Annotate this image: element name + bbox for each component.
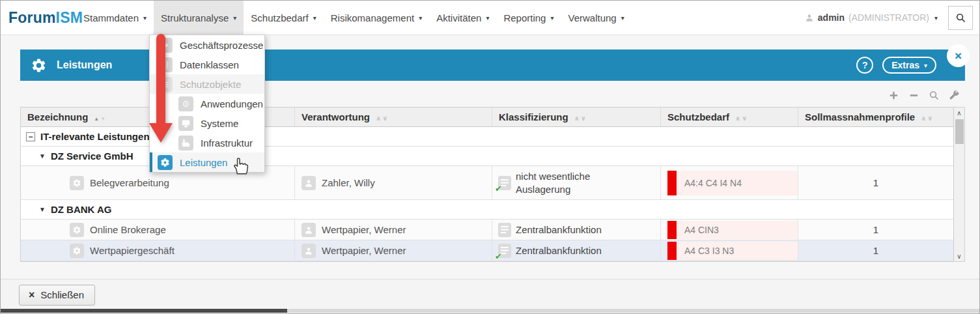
risk-level-bar xyxy=(667,171,677,195)
search-icon xyxy=(955,12,966,23)
extras-label: Extras xyxy=(891,60,919,70)
close-x-icon: × xyxy=(29,290,35,300)
chevron-down-icon: ▾ xyxy=(550,14,553,21)
sort-icons[interactable]: ∧∨ xyxy=(920,111,933,122)
sort-icons[interactable]: ∧∨ xyxy=(375,111,388,122)
cell-sollmassnahmenprofile: 1 xyxy=(798,240,953,261)
scrollbar-thumb[interactable] xyxy=(955,119,964,144)
chevron-down-icon: ▾ xyxy=(419,14,422,21)
table-row-online-brokerage[interactable]: Online Brokerage Wertpapier, Werner Zent… xyxy=(21,220,953,240)
horizontal-scrollbar-thumb[interactable] xyxy=(1,309,287,313)
nav-item-strukturanalyse[interactable]: Strukturanalyse ▾ xyxy=(154,1,244,35)
chevron-down-icon: ▾ xyxy=(233,14,236,21)
document-icon: ✔ xyxy=(497,175,512,191)
gear-icon xyxy=(70,223,84,237)
nav-item-reporting[interactable]: Reporting ▾ xyxy=(496,1,561,35)
cell-sollmassnahmenprofile: 1 xyxy=(798,220,953,240)
cell-schutzbedarf: A4:4 C4 I4 N4 xyxy=(660,166,798,199)
application-icon xyxy=(178,96,193,111)
database-icon xyxy=(158,57,173,72)
dropdown-item-systeme[interactable]: Systeme xyxy=(150,113,264,133)
cell-klassifizierung: ✔ nicht wesentliche Auslagerung xyxy=(492,166,660,199)
wrench-icon[interactable] xyxy=(949,90,960,101)
extras-button[interactable]: Extras ▾ xyxy=(882,57,936,74)
gear-icon xyxy=(70,244,84,258)
search-button[interactable] xyxy=(948,6,973,30)
chevron-down-icon: ▾ xyxy=(924,62,927,69)
nav-menu: Stammdaten ▾ Strukturanalyse ▾ Schutzbed… xyxy=(76,1,632,35)
document-icon: ✔ xyxy=(497,243,512,259)
user-role: (ADMINISTRATOR) xyxy=(848,12,929,23)
chevron-down-icon: ▾ xyxy=(486,14,489,21)
dropdown-item-gesch-ftsprozesse[interactable]: Geschäftsprozesse xyxy=(150,35,264,55)
cell-verantwortung: Wertpapier, Werner xyxy=(294,220,492,240)
column-header-schutzbedarf[interactable]: Schutzbedarf ∧∨ xyxy=(660,107,798,126)
gear-icon xyxy=(158,155,173,170)
chevron-down-icon: ▾ xyxy=(313,14,316,21)
user-menu[interactable]: admin (ADMINISTRATOR) ▾ xyxy=(805,12,938,23)
scroll-up-icon[interactable]: ∧ xyxy=(957,107,961,118)
risk-level-bar xyxy=(667,242,677,260)
gear-icon xyxy=(70,176,84,190)
document-icon xyxy=(497,222,512,238)
search-icon[interactable] xyxy=(929,90,940,101)
nav-item-aktivit-ten[interactable]: Aktivitäten ▾ xyxy=(429,1,496,35)
user-name: admin xyxy=(818,12,845,23)
strukturanalyse-dropdown: Geschäftsprozesse Datenklassen Schutzobj… xyxy=(149,35,265,173)
chevron-down-icon: ▾ xyxy=(621,14,624,21)
sort-icons[interactable]: ∧∨ xyxy=(574,111,587,122)
column-header-verantwortung[interactable]: Verantwortung ∧∨ xyxy=(294,107,492,126)
column-header-sollmassnahmenprofile[interactable]: Sollmassnahmenprofile ∧∨ xyxy=(798,107,953,126)
schliessen-label: Schließen xyxy=(40,289,84,300)
nav-item-schutzbedarf[interactable]: Schutzbedarf ▾ xyxy=(244,1,323,35)
cell-bezeichnung: Wertpapiergeschäft xyxy=(21,240,294,261)
risk-badge: A4 C3 I3 N3 xyxy=(667,242,798,260)
footer-bar: × Schließen xyxy=(1,279,979,308)
cell-schutzbedarf: A4 C3 I3 N3 xyxy=(660,240,798,261)
dropdown-item-schutzobjekte: Schutzobjekte xyxy=(150,74,264,94)
sort-icons[interactable]: ∧∨ xyxy=(735,111,748,122)
page-title: Leistungen xyxy=(57,59,112,71)
app-window: ForumISM Stammdaten ▾ Strukturanalyse ▾ … xyxy=(0,0,980,314)
group-row-dz-bank-ag[interactable]: ▼ DZ BANK AG xyxy=(21,200,953,220)
check-icon: ✔ xyxy=(495,184,502,193)
collapse-minus-icon[interactable]: − xyxy=(26,132,35,141)
nav-item-stammdaten[interactable]: Stammdaten ▾ xyxy=(76,1,154,35)
navbar-right: admin (ADMINISTRATOR) ▾ xyxy=(805,1,979,35)
gear-icon xyxy=(31,57,47,74)
infrastructure-icon xyxy=(178,136,193,150)
dropdown-item-infrastruktur[interactable]: Infrastruktur xyxy=(150,133,264,152)
chevron-down-icon: ▾ xyxy=(934,14,938,21)
help-button[interactable]: ? xyxy=(856,57,873,74)
schliessen-button[interactable]: × Schließen xyxy=(19,285,95,306)
scroll-down-icon[interactable]: ∨ xyxy=(957,251,961,261)
risk-badge: A4 CIN3 xyxy=(667,221,798,239)
remove-icon[interactable] xyxy=(908,90,919,101)
chevron-down-icon: ▾ xyxy=(143,14,147,21)
risk-badge: A4:4 C4 I4 N4 xyxy=(667,171,798,195)
app-logo[interactable]: ForumISM xyxy=(1,1,76,35)
table-row-wertpapiergesch-ft[interactable]: Wertpapiergeschäft Wertpapier, Werner ✔ … xyxy=(21,240,953,261)
nav-item-risikomanagement[interactable]: Risikomanagement ▾ xyxy=(324,1,429,35)
person-icon xyxy=(805,13,814,22)
close-panel-button[interactable]: × xyxy=(947,44,970,67)
horizontal-scrollbar[interactable] xyxy=(1,309,979,313)
check-icon: ✔ xyxy=(495,251,502,261)
sort-icons[interactable]: ▲▼ xyxy=(93,111,106,122)
list-icon xyxy=(158,77,173,92)
logo-part-dark: Forum xyxy=(8,9,56,27)
person-icon xyxy=(301,244,316,258)
dropdown-item-datenklassen[interactable]: Datenklassen xyxy=(150,55,264,74)
cell-klassifizierung: ✔ Zentralbankfunktion xyxy=(492,240,660,261)
triangle-down-icon[interactable]: ▼ xyxy=(39,206,46,213)
dropdown-item-leistungen[interactable]: Leistungen xyxy=(150,152,264,172)
add-icon[interactable] xyxy=(888,90,899,101)
column-header-klassifizierung[interactable]: Klassifizierung ∧∨ xyxy=(492,107,660,126)
arrow-right-icon xyxy=(158,38,173,53)
system-icon xyxy=(178,116,193,131)
cell-schutzbedarf: A4 CIN3 xyxy=(660,220,798,240)
dropdown-item-anwendungen[interactable]: Anwendungen xyxy=(150,94,264,113)
triangle-down-icon[interactable]: ▼ xyxy=(39,152,46,160)
nav-item-verwaltung[interactable]: Verwaltung ▾ xyxy=(561,1,632,35)
vertical-scrollbar[interactable]: ∧ ∨ xyxy=(953,107,964,261)
